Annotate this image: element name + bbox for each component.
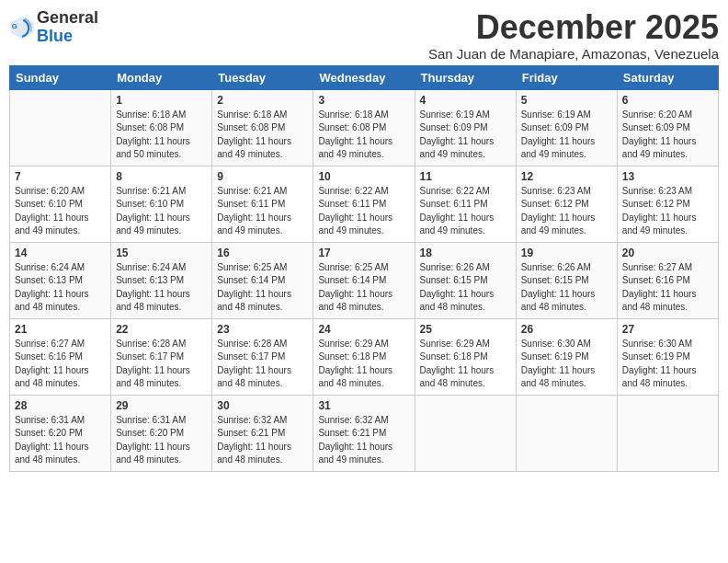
- calendar-cell: 1Sunrise: 6:18 AM Sunset: 6:08 PM Daylig…: [111, 89, 212, 166]
- day-number: 5: [521, 94, 612, 107]
- calendar-cell: 6Sunrise: 6:20 AM Sunset: 6:09 PM Daylig…: [617, 89, 718, 166]
- calendar-cell: 29Sunrise: 6:31 AM Sunset: 6:20 PM Dayli…: [111, 395, 212, 471]
- day-info: Sunrise: 6:23 AM Sunset: 6:12 PM Dayligh…: [521, 185, 612, 238]
- day-number: 2: [217, 94, 308, 107]
- day-info: Sunrise: 6:21 AM Sunset: 6:10 PM Dayligh…: [116, 185, 207, 238]
- day-number: 10: [318, 170, 409, 183]
- day-info: Sunrise: 6:20 AM Sunset: 6:10 PM Dayligh…: [15, 185, 106, 238]
- location-subtitle: San Juan de Manapiare, Amazonas, Venezue…: [428, 46, 719, 62]
- day-number: 28: [15, 399, 106, 412]
- day-info: Sunrise: 6:21 AM Sunset: 6:11 PM Dayligh…: [217, 185, 308, 238]
- calendar-cell: [415, 395, 516, 471]
- calendar-day-header: Sunday: [10, 65, 111, 89]
- calendar-day-header: Wednesday: [313, 65, 415, 89]
- calendar-cell: 11Sunrise: 6:22 AM Sunset: 6:11 PM Dayli…: [415, 166, 516, 242]
- calendar-cell: [10, 89, 111, 166]
- day-info: Sunrise: 6:31 AM Sunset: 6:20 PM Dayligh…: [15, 414, 106, 467]
- calendar-cell: 8Sunrise: 6:21 AM Sunset: 6:10 PM Daylig…: [111, 166, 212, 242]
- calendar-cell: 3Sunrise: 6:18 AM Sunset: 6:08 PM Daylig…: [313, 89, 415, 166]
- calendar-cell: 25Sunrise: 6:29 AM Sunset: 6:18 PM Dayli…: [415, 318, 516, 395]
- day-info: Sunrise: 6:24 AM Sunset: 6:13 PM Dayligh…: [116, 261, 207, 315]
- day-info: Sunrise: 6:29 AM Sunset: 6:18 PM Dayligh…: [318, 338, 409, 391]
- calendar-cell: 5Sunrise: 6:19 AM Sunset: 6:09 PM Daylig…: [516, 89, 617, 166]
- calendar-cell: 28Sunrise: 6:31 AM Sunset: 6:20 PM Dayli…: [10, 395, 111, 471]
- day-number: 30: [217, 399, 308, 412]
- day-number: 27: [622, 323, 713, 336]
- day-info: Sunrise: 6:22 AM Sunset: 6:11 PM Dayligh…: [318, 185, 409, 238]
- day-number: 29: [116, 399, 207, 412]
- day-number: 7: [15, 170, 106, 183]
- day-info: Sunrise: 6:27 AM Sunset: 6:16 PM Dayligh…: [15, 338, 106, 391]
- calendar-day-header: Tuesday: [212, 65, 313, 89]
- calendar-cell: [617, 395, 718, 471]
- calendar-cell: 30Sunrise: 6:32 AM Sunset: 6:21 PM Dayli…: [212, 395, 313, 471]
- calendar-cell: 22Sunrise: 6:28 AM Sunset: 6:17 PM Dayli…: [111, 318, 212, 395]
- day-info: Sunrise: 6:26 AM Sunset: 6:15 PM Dayligh…: [521, 261, 612, 315]
- calendar-cell: 31Sunrise: 6:32 AM Sunset: 6:21 PM Dayli…: [313, 395, 415, 471]
- calendar-week-row: 14Sunrise: 6:24 AM Sunset: 6:13 PM Dayli…: [10, 242, 719, 318]
- day-number: 11: [420, 170, 511, 183]
- calendar-week-row: 1Sunrise: 6:18 AM Sunset: 6:08 PM Daylig…: [10, 89, 719, 166]
- day-info: Sunrise: 6:23 AM Sunset: 6:12 PM Dayligh…: [622, 185, 713, 238]
- day-number: 3: [318, 94, 409, 107]
- day-number: 8: [116, 170, 207, 183]
- calendar-week-row: 28Sunrise: 6:31 AM Sunset: 6:20 PM Dayli…: [10, 395, 719, 471]
- day-number: 17: [318, 247, 409, 259]
- calendar-day-header: Friday: [516, 65, 617, 89]
- day-number: 18: [420, 247, 511, 259]
- title-block: December 2025 San Juan de Manapiare, Ama…: [428, 9, 719, 62]
- day-number: 26: [521, 323, 612, 336]
- calendar-week-row: 21Sunrise: 6:27 AM Sunset: 6:16 PM Dayli…: [10, 318, 719, 395]
- day-info: Sunrise: 6:18 AM Sunset: 6:08 PM Dayligh…: [318, 109, 409, 162]
- calendar-cell: 13Sunrise: 6:23 AM Sunset: 6:12 PM Dayli…: [617, 166, 718, 242]
- page-header: G General Blue December 2025 San Juan de…: [9, 9, 719, 62]
- calendar-cell: 7Sunrise: 6:20 AM Sunset: 6:10 PM Daylig…: [10, 166, 111, 242]
- day-number: 13: [622, 170, 713, 183]
- day-number: 15: [116, 247, 207, 259]
- calendar-cell: 18Sunrise: 6:26 AM Sunset: 6:15 PM Dayli…: [415, 242, 516, 318]
- day-number: 31: [318, 399, 409, 412]
- calendar-day-header: Saturday: [617, 65, 718, 89]
- day-info: Sunrise: 6:19 AM Sunset: 6:09 PM Dayligh…: [420, 109, 511, 162]
- day-info: Sunrise: 6:19 AM Sunset: 6:09 PM Dayligh…: [521, 109, 612, 162]
- day-info: Sunrise: 6:27 AM Sunset: 6:16 PM Dayligh…: [622, 261, 713, 315]
- day-number: 22: [116, 323, 207, 336]
- day-number: 9: [217, 170, 308, 183]
- day-number: 6: [622, 94, 713, 107]
- day-info: Sunrise: 6:26 AM Sunset: 6:15 PM Dayligh…: [420, 261, 511, 315]
- calendar-cell: 15Sunrise: 6:24 AM Sunset: 6:13 PM Dayli…: [111, 242, 212, 318]
- calendar-cell: 16Sunrise: 6:25 AM Sunset: 6:14 PM Dayli…: [212, 242, 313, 318]
- calendar-cell: [516, 395, 617, 471]
- day-number: 23: [217, 323, 308, 336]
- day-info: Sunrise: 6:18 AM Sunset: 6:08 PM Dayligh…: [116, 109, 207, 162]
- day-number: 12: [521, 170, 612, 183]
- day-number: 4: [420, 94, 511, 107]
- calendar-cell: 19Sunrise: 6:26 AM Sunset: 6:15 PM Dayli…: [516, 242, 617, 318]
- day-info: Sunrise: 6:30 AM Sunset: 6:19 PM Dayligh…: [521, 338, 612, 391]
- day-info: Sunrise: 6:28 AM Sunset: 6:17 PM Dayligh…: [217, 338, 308, 391]
- calendar-cell: 17Sunrise: 6:25 AM Sunset: 6:14 PM Dayli…: [313, 242, 415, 318]
- day-number: 21: [15, 323, 106, 336]
- calendar-cell: 10Sunrise: 6:22 AM Sunset: 6:11 PM Dayli…: [313, 166, 415, 242]
- day-info: Sunrise: 6:30 AM Sunset: 6:19 PM Dayligh…: [622, 338, 713, 391]
- calendar-cell: 9Sunrise: 6:21 AM Sunset: 6:11 PM Daylig…: [212, 166, 313, 242]
- day-number: 1: [116, 94, 207, 107]
- day-info: Sunrise: 6:32 AM Sunset: 6:21 PM Dayligh…: [318, 414, 409, 467]
- day-number: 20: [622, 247, 713, 259]
- calendar-header-row: SundayMondayTuesdayWednesdayThursdayFrid…: [10, 65, 719, 89]
- svg-text:G: G: [12, 22, 17, 30]
- day-info: Sunrise: 6:31 AM Sunset: 6:20 PM Dayligh…: [116, 414, 207, 467]
- day-number: 19: [521, 247, 612, 259]
- calendar-cell: 12Sunrise: 6:23 AM Sunset: 6:12 PM Dayli…: [516, 166, 617, 242]
- calendar-week-row: 7Sunrise: 6:20 AM Sunset: 6:10 PM Daylig…: [10, 166, 719, 242]
- day-info: Sunrise: 6:24 AM Sunset: 6:13 PM Dayligh…: [15, 261, 106, 315]
- calendar-day-header: Thursday: [415, 65, 516, 89]
- month-title: December 2025: [428, 9, 719, 46]
- calendar-cell: 14Sunrise: 6:24 AM Sunset: 6:13 PM Dayli…: [10, 242, 111, 318]
- calendar-cell: 24Sunrise: 6:29 AM Sunset: 6:18 PM Dayli…: [313, 318, 415, 395]
- day-info: Sunrise: 6:32 AM Sunset: 6:21 PM Dayligh…: [217, 414, 308, 467]
- day-number: 25: [420, 323, 511, 336]
- day-info: Sunrise: 6:25 AM Sunset: 6:14 PM Dayligh…: [217, 261, 308, 315]
- day-info: Sunrise: 6:18 AM Sunset: 6:08 PM Dayligh…: [217, 109, 308, 162]
- calendar-cell: 4Sunrise: 6:19 AM Sunset: 6:09 PM Daylig…: [415, 89, 516, 166]
